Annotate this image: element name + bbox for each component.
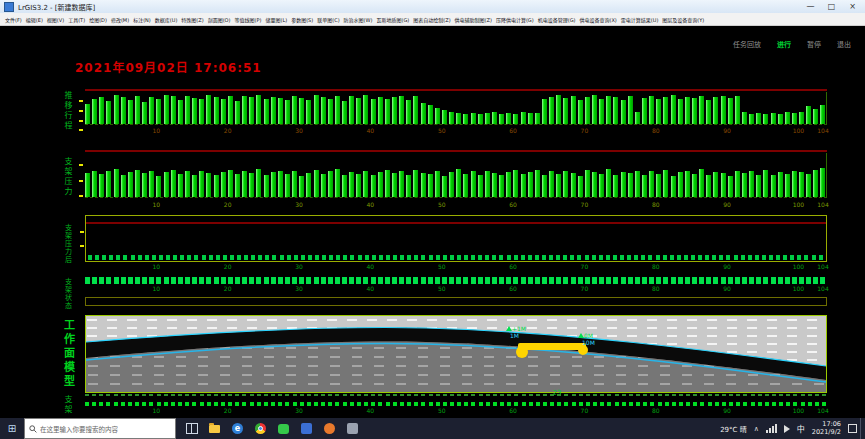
menu-item[interactable]: 雷电计算结果(U): [621, 16, 659, 23]
stub: [528, 255, 532, 260]
dash-bright: [271, 402, 275, 406]
menu-item[interactable]: 剖面图(O): [208, 16, 231, 23]
sq: [85, 277, 90, 284]
minimize-button[interactable]: —: [802, 0, 819, 13]
dash-bright: [149, 402, 153, 406]
wechat-icon[interactable]: [277, 422, 290, 435]
dash-dim: [350, 394, 354, 396]
menu-item[interactable]: 供电辅助制图(Z): [455, 16, 492, 23]
menu-item[interactable]: 等值线图(P): [235, 16, 262, 23]
menu-item[interactable]: 防治水图(W): [344, 16, 373, 23]
dash-bright: [285, 402, 289, 406]
playback-replay[interactable]: 任务回放: [733, 39, 761, 49]
chrome-browser-icon[interactable]: [254, 422, 267, 435]
bar: [342, 101, 347, 124]
dash-dim: [507, 394, 511, 396]
chart-panel-rear-pressure: 102030405060708090100104: [85, 215, 827, 272]
dash-bright: [321, 402, 325, 406]
dash-bright: [235, 402, 239, 406]
menu-item[interactable]: 视图(V): [47, 16, 64, 23]
action-center-icon[interactable]: [848, 424, 857, 433]
axis-tick: 90: [723, 285, 731, 292]
taskbar-icons: e: [185, 422, 359, 435]
dash-bright: [743, 402, 747, 406]
stub: [819, 255, 823, 260]
weather-widget[interactable]: 29°C 晴: [720, 424, 747, 434]
menu-item[interactable]: 储量图(L): [265, 16, 287, 23]
stub: [719, 255, 723, 260]
bar: [613, 175, 618, 197]
menu-item[interactable]: 标注(N): [133, 16, 151, 23]
bar: [599, 174, 604, 197]
volume-icon[interactable]: [784, 425, 790, 433]
bar: [142, 173, 147, 197]
menu-item[interactable]: 修改(M): [111, 16, 129, 23]
bar: [99, 174, 104, 197]
menu-item[interactable]: 工具(T): [68, 16, 85, 23]
menu-item[interactable]: 图表自动绘制(Z): [413, 16, 450, 23]
menu-item[interactable]: 特殊图(Z): [181, 16, 203, 23]
playback-pause[interactable]: 暂停: [807, 39, 821, 49]
app-icon-gray[interactable]: [346, 422, 359, 435]
menu-item[interactable]: 编辑(E): [26, 16, 43, 23]
task-view-icon[interactable]: [185, 422, 198, 435]
menu-item[interactable]: 机电设备管理(G): [538, 16, 576, 23]
bar: [214, 97, 219, 124]
taskbar-clock[interactable]: 17:06 2021/9/2: [812, 421, 841, 437]
bar: [563, 171, 568, 197]
bar: [578, 100, 583, 124]
bar: [742, 173, 747, 197]
app-icon-blue[interactable]: [300, 422, 313, 435]
menu-item[interactable]: 瓦斯地质图(G): [376, 16, 409, 23]
network-icon[interactable]: [766, 424, 777, 433]
menu-item[interactable]: 联单图(C): [317, 16, 339, 23]
dash-dim: [722, 394, 726, 396]
dash-bright: [550, 402, 554, 406]
menu-item[interactable]: 参数图(S): [291, 16, 313, 23]
app-icon-orange[interactable]: [323, 422, 336, 435]
sq: [221, 277, 226, 284]
stub: [166, 255, 170, 260]
menu-item[interactable]: 文件(F): [5, 16, 22, 23]
menu-item[interactable]: 图层及设备查询(Y): [662, 16, 704, 23]
dash-dim: [264, 394, 268, 396]
bar: [456, 169, 461, 197]
dash-dim: [736, 394, 740, 396]
sq: [99, 277, 104, 284]
menu-item[interactable]: 压降供电计算(G): [496, 16, 534, 23]
bar: [813, 109, 818, 124]
dash-bright: [722, 402, 726, 406]
file-explorer-icon[interactable]: [208, 422, 221, 435]
ime-indicator[interactable]: 中: [797, 423, 805, 434]
stub: [577, 255, 581, 260]
stub: [265, 255, 269, 260]
axis-tick: 10: [153, 263, 161, 270]
dash-row-bottom: [85, 402, 827, 406]
edge-browser-icon[interactable]: e: [231, 422, 244, 435]
sq: [449, 277, 454, 284]
bar: [371, 175, 376, 197]
menu-item[interactable]: 数据库(U): [155, 16, 178, 23]
dash-dim: [529, 394, 533, 396]
start-button[interactable]: ⊞: [0, 418, 24, 439]
close-button[interactable]: ×: [844, 0, 861, 13]
tray-chevron-icon[interactable]: ∧: [754, 425, 759, 433]
bar: [785, 112, 790, 124]
axis-tick: 50: [438, 201, 446, 208]
search-box[interactable]: 在这里输入你要搜索的内容: [24, 418, 176, 439]
menu-item[interactable]: 绘图(D): [89, 16, 107, 23]
maximize-button[interactable]: □: [823, 0, 840, 13]
dash-bright: [507, 402, 511, 406]
show-desktop-button[interactable]: [860, 418, 865, 439]
dash-bright: [128, 402, 132, 406]
playback-exit[interactable]: 退出: [837, 39, 851, 49]
dash-dim: [386, 394, 390, 396]
sq: [521, 277, 526, 284]
sq: [635, 277, 640, 284]
sq: [321, 277, 326, 284]
bar: [528, 113, 533, 124]
dash-bright: [443, 402, 447, 406]
dash-bright: [801, 402, 805, 406]
playback-play[interactable]: 进行: [777, 39, 791, 49]
menu-item[interactable]: 供电设备查询(X): [579, 16, 616, 23]
